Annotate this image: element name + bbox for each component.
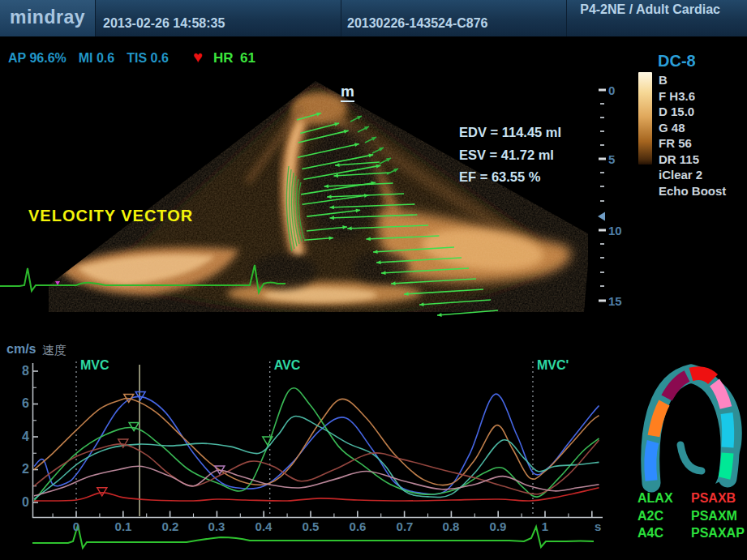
ef-value: EF = 63.55 % xyxy=(459,166,561,189)
edv-value: EDV = 114.45 ml xyxy=(459,122,561,144)
param-fr[interactable]: FR 56 xyxy=(659,135,726,152)
mi-value: MI 0.6 xyxy=(79,51,114,66)
x-tick-label: 0.6 xyxy=(350,519,367,533)
grayscale-colorbar xyxy=(638,72,652,165)
esv-value: ESV = 41.72 ml xyxy=(459,144,561,167)
param-echoboost[interactable]: Echo Boost xyxy=(659,183,726,199)
y-tick-label: 8 xyxy=(10,364,29,378)
graphics-layer xyxy=(0,0,747,560)
datetime: 2013-02-26 14:58:35 xyxy=(103,16,225,31)
y-tick-label: 0 xyxy=(10,495,29,510)
heart-icon: ♥ xyxy=(193,49,203,65)
x-tick-label: 0.3 xyxy=(208,519,225,533)
view-label-a2c[interactable]: A2C xyxy=(638,509,663,524)
tis-value: TIS 0.6 xyxy=(127,51,169,66)
hr-value: 61 xyxy=(240,50,255,66)
param-gain[interactable]: G 48 xyxy=(659,120,726,136)
orientation-marker: m xyxy=(341,83,354,102)
title-bar: mindray 2013-02-26 14:58:35 20130226-143… xyxy=(0,0,747,36)
depth-label: 0 xyxy=(608,83,615,97)
view-label-alax[interactable]: ALAX xyxy=(638,491,673,506)
param-mode[interactable]: B xyxy=(659,72,726,88)
patient-id: 20130226-143524-C876 xyxy=(347,16,487,31)
view-label-psaxm[interactable]: PSAXM xyxy=(691,509,737,524)
ultrasound-sector-image xyxy=(49,81,588,316)
y-axis-unit: cm/s xyxy=(6,342,36,357)
x-tick-label: 0.7 xyxy=(397,519,414,533)
y-tick-label: 2 xyxy=(10,462,29,477)
y-axis-title-cn: 速度 xyxy=(42,343,67,358)
ap-value: AP 96.6% xyxy=(8,51,67,66)
probe-preset[interactable]: P4-2NE / Adult Cardiac xyxy=(580,2,720,17)
depth-label: 15 xyxy=(608,294,622,308)
imaging-parameters: B F H3.6 D 15.0 G 48 FR 56 DR 115 iClear… xyxy=(659,72,726,199)
param-freq[interactable]: F H3.6 xyxy=(659,88,726,105)
x-tick-label: 0.9 xyxy=(490,519,507,533)
param-dr[interactable]: DR 115 xyxy=(659,152,726,168)
mode-label: VELOCITY VECTOR xyxy=(28,207,193,225)
depth-ruler xyxy=(598,89,606,302)
hr-label: HR xyxy=(213,50,234,66)
x-tick-label: 0.4 xyxy=(255,519,273,533)
x-tick-label: 0.2 xyxy=(162,519,179,533)
event-label-mvc: MVC xyxy=(80,358,109,373)
param-iclear[interactable]: iClear 2 xyxy=(659,167,726,183)
system-model: DC-8 xyxy=(658,52,696,71)
y-tick-label: 6 xyxy=(10,396,29,411)
mindray-logo: mindray xyxy=(0,0,96,36)
x-tick-label: 0.5 xyxy=(303,519,320,533)
view-label-psaxb[interactable]: PSAXB xyxy=(691,491,736,506)
event-label-avc: AVC xyxy=(274,358,301,373)
x-axis-unit: s xyxy=(595,519,601,533)
x-tick-label: 0.1 xyxy=(115,519,132,533)
x-tick-label: 0 xyxy=(73,519,79,533)
depth-label: 10 xyxy=(608,224,622,237)
x-tick-label: 1 xyxy=(542,519,548,533)
depth-label: 5 xyxy=(608,152,615,166)
x-tick-label: 0.8 xyxy=(443,519,460,533)
y-tick-label: 4 xyxy=(10,430,29,444)
measurement-results: EDV = 114.45 ml ESV = 41.72 ml EF = 63.5… xyxy=(459,122,561,189)
divider xyxy=(566,0,567,36)
velocity-chart xyxy=(32,361,603,518)
segment-diagram xyxy=(650,374,742,484)
view-label-psaxap[interactable]: PSAXAP xyxy=(691,526,745,541)
divider xyxy=(341,0,341,36)
param-depth[interactable]: D 15.0 xyxy=(659,104,726,120)
view-label-a4c[interactable]: A4C xyxy=(638,526,663,541)
acoustic-status: AP 96.6% MI 0.6 TIS 0.6 xyxy=(8,51,169,66)
event-label-mvc2: MVC' xyxy=(537,358,569,373)
